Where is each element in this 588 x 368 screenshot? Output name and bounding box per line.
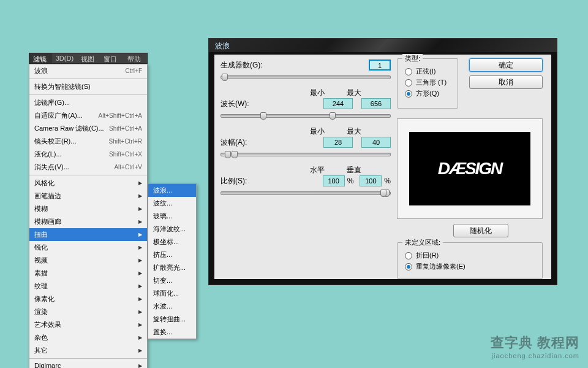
watermark-title: 查字典 教程网 (491, 334, 579, 352)
scale-v-header: 垂直 (347, 165, 361, 175)
amp-min-header: 最小 (310, 126, 325, 137)
submenu-wave[interactable]: 波浪... (148, 184, 196, 197)
menu-artistic[interactable]: 艺术效果 ▶ (29, 318, 147, 331)
submenu-ocean[interactable]: 海洋波纹... (148, 223, 196, 236)
radio-icon (405, 90, 412, 98)
menubar-3d[interactable]: 3D(D) (52, 53, 77, 63)
scale-h-header: 水平 (310, 165, 325, 175)
menu-other[interactable]: 其它 ▶ (29, 344, 147, 357)
chevron-right-icon: ▶ (138, 206, 142, 212)
menubar-help[interactable]: 帮助(H) (124, 53, 147, 63)
radio-icon (405, 252, 412, 259)
menubar-view[interactable]: 视图(V) (77, 53, 100, 63)
menu-render[interactable]: 渲染 ▶ (29, 305, 147, 318)
submenu-polar[interactable]: 极坐标... (148, 236, 196, 248)
menu-distort[interactable]: 扭曲 ▶ (29, 228, 147, 241)
menu-video[interactable]: 视频 ▶ (29, 254, 147, 267)
menu-separator (29, 94, 147, 95)
slider-thumb-min[interactable] (225, 151, 231, 158)
menu-liquify[interactable]: 液化(L)... Shift+Ctrl+X (29, 148, 147, 161)
slider-thumb[interactable] (222, 74, 228, 81)
type-group: 类型: 正弦(I) 三角形 (T) 方形(Q) (397, 58, 458, 109)
slider-thumb-max[interactable] (232, 151, 238, 158)
menu-lens[interactable]: 镜头校正(R)... Shift+Ctrl+R (29, 135, 147, 148)
menu-smart-filter[interactable]: 转换为智能滤镜(S) (29, 80, 147, 93)
undefined-wrap[interactable]: 折回(R) (405, 251, 535, 260)
menu-texture[interactable]: 纹理 ▶ (29, 280, 147, 293)
type-square[interactable]: 方形(Q) (405, 89, 450, 98)
undefined-repeat[interactable]: 重复边缘像素(E) (405, 262, 535, 271)
menu-shortcut: Shift+Ctrl+R (109, 138, 142, 145)
type-square-label: 方形(Q) (416, 89, 439, 98)
dialog-title: 波浪 (209, 39, 557, 52)
menu-stylize[interactable]: 风格化 ▶ (29, 177, 147, 190)
wave-dialog: 波浪 生成器数(G): 1 最小 最大 波长(W): 244 656 (208, 38, 557, 285)
menu-shortcut: Shift+Ctrl+X (109, 151, 142, 158)
menubar: 滤镜(T) 3D(D) 视图(V) 窗口(W) 帮助(H) (29, 53, 148, 64)
amplitude-max-input[interactable]: 40 (361, 137, 391, 148)
menu-shortcut: Alt+Shift+Ctrl+A (99, 112, 142, 119)
generators-input[interactable]: 1 (369, 59, 391, 71)
scale-label: 比例(S): (221, 176, 270, 186)
chevron-right-icon: ▶ (138, 309, 142, 315)
submenu-spherize[interactable]: 球面化... (148, 287, 196, 300)
undefined-wrap-label: 折回(R) (416, 251, 439, 260)
menu-noise[interactable]: 杂色 ▶ (29, 331, 147, 344)
scale-pct: % (347, 177, 354, 185)
menubar-window[interactable]: 窗口(W) (100, 53, 124, 63)
menu-label: 渲染 (34, 307, 48, 316)
scale-slider[interactable] (221, 191, 391, 195)
amplitude-slider[interactable] (221, 153, 391, 156)
menu-last-filter[interactable]: 波浪 Ctrl+F (29, 64, 147, 77)
menu-adaptive[interactable]: 自适应广角(A)... Alt+Shift+Ctrl+A (29, 109, 147, 122)
menu-label: 扭曲 (34, 230, 48, 239)
wavelength-slider[interactable] (221, 114, 391, 118)
submenu-twirl[interactable]: 旋转扭曲... (148, 313, 196, 326)
dialog-controls: 生成器数(G): 1 最小 最大 波长(W): 244 656 (221, 59, 391, 204)
type-title: 类型: (402, 54, 423, 63)
type-triangle[interactable]: 三角形 (T) (405, 78, 450, 87)
scale-h-input[interactable]: 100 (323, 175, 345, 186)
submenu-glass[interactable]: 玻璃... (148, 210, 196, 223)
ok-button[interactable]: 确定 (469, 58, 543, 72)
generators-slider[interactable] (221, 75, 391, 79)
scale-v-input[interactable]: 100 (360, 175, 382, 186)
submenu-diffuse[interactable]: 扩散亮光... (148, 261, 196, 274)
wavelength-min-input[interactable]: 244 (323, 98, 353, 109)
submenu-displace[interactable]: 置换... (148, 326, 196, 339)
menu-sketch[interactable]: 素描 ▶ (29, 267, 147, 280)
menu-pixelate[interactable]: 像素化 ▶ (29, 293, 147, 305)
chevron-right-icon: ▶ (138, 348, 142, 353)
submenu-pinch[interactable]: 挤压... (148, 248, 196, 261)
submenu-zigzag[interactable]: 水波... (148, 300, 196, 313)
menu-camera-raw[interactable]: Camera Raw 滤镜(C)... Shift+Ctrl+A (29, 122, 147, 135)
menu-digimarc[interactable]: Digimarc ▶ (29, 360, 147, 368)
submenu-shear[interactable]: 切变... (148, 274, 196, 287)
menu-blur[interactable]: 模糊 ▶ (29, 202, 147, 215)
menu-label: 模糊 (34, 204, 48, 213)
slider-thumb-max[interactable] (330, 112, 336, 120)
menu-vanish[interactable]: 消失点(V)... Alt+Ctrl+V (29, 161, 147, 174)
cancel-button[interactable]: 取消 (469, 75, 543, 89)
randomize-button[interactable]: 随机化 (453, 224, 508, 237)
menu-sharpen[interactable]: 锐化 ▶ (29, 241, 147, 254)
type-sine[interactable]: 正弦(I) (405, 67, 450, 76)
radio-icon (405, 68, 412, 75)
preview-text: DÆSIGN (438, 159, 502, 178)
slider-thumb-v[interactable] (380, 190, 386, 197)
amp-max-header: 最大 (347, 126, 361, 137)
scale-pct: % (384, 177, 391, 185)
submenu-ripple[interactable]: 波纹... (148, 197, 196, 210)
menu-label: 滤镜库(G)... (34, 98, 70, 107)
chevron-right-icon: ▶ (138, 232, 142, 237)
menubar-filter[interactable]: 滤镜(T) (29, 53, 52, 63)
chevron-right-icon: ▶ (138, 219, 142, 224)
menu-brush[interactable]: 画笔描边 ▶ (29, 190, 147, 202)
menu-gallery[interactable]: 滤镜库(G)... (29, 96, 147, 109)
slider-thumb-min[interactable] (260, 112, 266, 120)
menu-blur-gallery[interactable]: 模糊画廊 ▶ (29, 215, 147, 228)
wl-min-header: 最小 (310, 88, 325, 98)
menu-label: 消失点(V)... (34, 163, 69, 172)
amplitude-min-input[interactable]: 28 (323, 137, 353, 148)
wavelength-max-input[interactable]: 656 (361, 98, 391, 109)
